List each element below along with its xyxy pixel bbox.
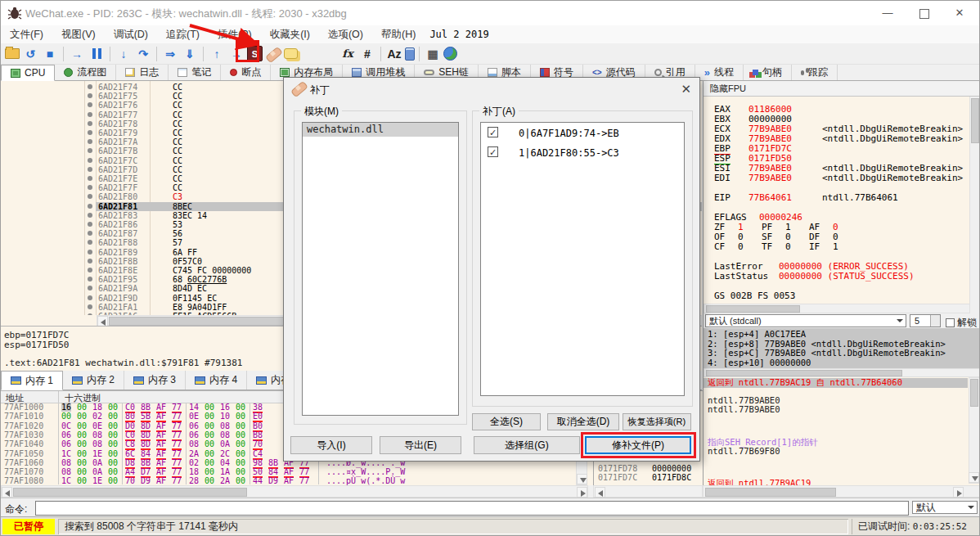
info-panel[interactable]: 返回到 ntdll.77B9AC19 自 ntdll.77B64060 ntdl…: [704, 377, 980, 485]
close-button[interactable]: ✕: [942, 1, 978, 25]
open-file-icon[interactable]: [5, 48, 20, 59]
argument-row[interactable]: 2: [esp+8] 77B9ABE0 <ntdll.DbgUiRemoteBr…: [704, 340, 980, 349]
scroll-thumb[interactable]: [705, 488, 836, 497]
menu-item-7[interactable]: 帮助(H): [372, 25, 425, 42]
memory-tab-2[interactable]: 内存 2: [63, 371, 124, 390]
menu-item-1[interactable]: 视图(V): [52, 25, 105, 42]
module-list-item[interactable]: wechatwin.dll: [303, 123, 458, 137]
command-profile-select[interactable]: 默认: [912, 501, 978, 514]
step-into-icon[interactable]: ↓: [115, 45, 133, 63]
patch-list-item[interactable]: ✓1|6AD21F80:55->C3: [481, 142, 684, 162]
stop-icon[interactable]: ■: [41, 45, 59, 63]
menu-item-2[interactable]: 调试(D): [105, 25, 157, 42]
register-row[interactable]: CF0TF0IF1: [704, 242, 969, 252]
tab-graph[interactable]: 流程图: [55, 65, 116, 80]
dump-hscrollbar[interactable]: [1, 485, 588, 498]
register-row[interactable]: GS 002B FS 0053: [704, 291, 969, 301]
scroll-thumb[interactable]: [970, 379, 978, 407]
menu-item-6[interactable]: 选项(O): [319, 25, 372, 42]
labels-icon[interactable]: [299, 45, 317, 63]
stack-row[interactable]: 0171FD78 00000000: [598, 464, 637, 473]
arguments-pane[interactable]: 1: [esp+4] A0C17EEA2: [esp+8] 77B9ABE0 <…: [704, 328, 980, 368]
tab-threads[interactable]: »线程: [695, 65, 744, 80]
registers-vscrollbar[interactable]: [969, 97, 980, 304]
scroll-thumb[interactable]: [13, 488, 247, 497]
checkbox-icon[interactable]: ✓: [488, 146, 498, 157]
scroll-left-icon[interactable]: [2, 487, 12, 498]
argument-row[interactable]: 1: [esp+4] A0C17EEA: [704, 330, 980, 339]
favourites-globe-icon[interactable]: [443, 47, 457, 61]
menu-item-3[interactable]: 追踪(T): [157, 25, 209, 42]
dialog-title-bar[interactable]: 补丁 ✕: [284, 78, 699, 101]
memory-tab-1[interactable]: 内存 1: [1, 371, 63, 390]
tab-breakpoint[interactable]: 断点: [221, 65, 271, 80]
patch-icon[interactable]: [264, 46, 282, 62]
run-to-user-code-icon[interactable]: ⇒: [161, 45, 179, 63]
step-over-icon[interactable]: ↷: [134, 45, 152, 63]
memory-tab-4[interactable]: 内存 4: [186, 371, 247, 390]
export-button[interactable]: 导出(E): [380, 436, 461, 454]
menu-item-5[interactable]: 收藏夹(I): [261, 25, 319, 42]
restart-icon[interactable]: ↺: [21, 45, 39, 63]
stack-hscrollbar[interactable]: [593, 485, 703, 498]
tab-handles[interactable]: 句柄: [744, 65, 792, 80]
hash-icon[interactable]: #: [358, 45, 376, 63]
argument-row[interactable]: 4: [esp+10] 00000000: [704, 358, 980, 367]
import-button[interactable]: 导入(I): [290, 436, 372, 454]
scroll-down-icon[interactable]: [969, 472, 979, 483]
run-until-return-icon[interactable]: ↑: [208, 45, 226, 63]
menu-item-4[interactable]: 插件(P): [209, 25, 261, 42]
maximize-button[interactable]: [906, 1, 942, 25]
functions-icon[interactable]: fx: [339, 45, 357, 63]
menu-item-0[interactable]: 文件(F): [1, 25, 52, 42]
register-row[interactable]: EIP77B64061ntdll.77B64061: [704, 193, 969, 203]
patch-list[interactable]: ✓0|6A7F1AD9:74->EB✓1|6AD21F80:55->C3: [480, 122, 685, 396]
select-group-button[interactable]: 选择组(G): [474, 436, 580, 454]
assembler-icon[interactable]: [405, 47, 415, 61]
calculator-icon[interactable]: ▦: [424, 45, 442, 63]
tab-log[interactable]: 日志: [116, 65, 169, 80]
scroll-left-icon[interactable]: [595, 487, 605, 498]
close-icon[interactable]: ✕: [681, 82, 691, 97]
scroll-thumb[interactable]: [706, 305, 800, 313]
tab-cpu[interactable]: CPU: [1, 65, 55, 81]
register-row[interactable]: EBP0171FD7C: [704, 144, 969, 154]
bookmarks-icon[interactable]: [319, 45, 337, 63]
tab-notes[interactable]: 笔记: [169, 65, 221, 80]
registers-area[interactable]: EAX01186000EBX00000000ECX77B9ABE0<ntdll.…: [704, 97, 980, 304]
arguments-hscrollbar[interactable]: [704, 368, 980, 377]
tab-trace[interactable]: 跟踪: [792, 65, 838, 80]
patch-list-item[interactable]: ✓0|6A7F1AD9:74->EB: [481, 123, 684, 142]
memory-tab-3[interactable]: 内存 3: [124, 371, 186, 390]
checkbox-icon[interactable]: ✓: [488, 127, 498, 137]
strings-icon[interactable]: Az: [385, 45, 403, 63]
select-all-button[interactable]: 全选(S): [472, 413, 541, 430]
scroll-right-icon[interactable]: [953, 487, 964, 498]
scroll-thumb[interactable]: [971, 98, 979, 143]
depth-spinner[interactable]: 5: [910, 314, 941, 327]
info-vscrollbar[interactable]: [969, 377, 980, 484]
minimize-button[interactable]: —: [870, 1, 906, 25]
command-input[interactable]: [35, 501, 909, 516]
module-list[interactable]: wechatwin.dll: [302, 122, 459, 416]
pause-icon[interactable]: [88, 45, 106, 63]
dump-row[interactable]: 77AF10801C001E0070D9AF7728002A0044D9AF77…: [1, 476, 593, 485]
convention-select[interactable]: 默认 (stdcall): [705, 314, 906, 327]
spinner-buttons[interactable]: [930, 315, 940, 327]
scroll-right-icon[interactable]: [577, 487, 587, 498]
stack-row[interactable]: 0171FD7C 0171FD8C: [598, 473, 637, 482]
deselect-all-button[interactable]: 取消全选(D): [547, 413, 619, 430]
registers-hscrollbar[interactable]: [704, 304, 970, 313]
scroll-down-icon[interactable]: [577, 474, 587, 484]
register-row[interactable]: EAX01186000: [704, 105, 969, 115]
register-row[interactable]: EDX77B9ABE0<ntdll.DbgUiRemoteBreakin>: [704, 134, 969, 144]
comments-icon[interactable]: [284, 48, 298, 59]
scroll-thumb[interactable]: [109, 317, 285, 326]
register-row[interactable]: EDI77B9ABE0<ntdll.DbgUiRemoteBreakin>: [704, 173, 969, 183]
run-icon[interactable]: →: [68, 45, 86, 63]
restore-selection-button[interactable]: 恢复选择项(R): [623, 413, 691, 430]
step-out-icon[interactable]: ⇓: [181, 45, 199, 63]
right-hscrollbar[interactable]: [703, 485, 980, 498]
hide-fpu-button[interactable]: 隐藏FPU: [704, 81, 980, 97]
register-row[interactable]: LastStatus00000000 (STATUS_SUCCESS): [704, 272, 969, 282]
